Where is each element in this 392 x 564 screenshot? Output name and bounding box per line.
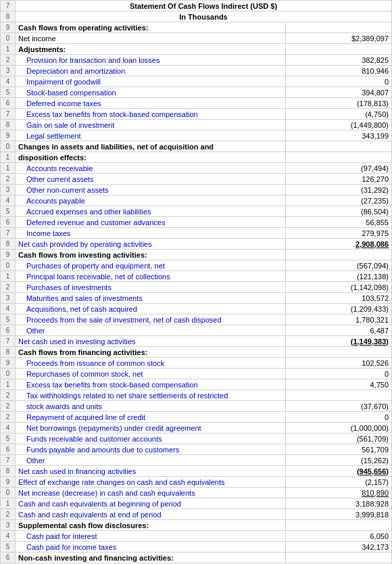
row-value: 810,946 bbox=[285, 66, 392, 76]
table-row: 3Maturities and sales of investments103,… bbox=[1, 293, 392, 304]
table-row: 2Cash and cash equivalents at end of per… bbox=[1, 509, 392, 520]
row-label: Gain on sale of investment bbox=[15, 120, 285, 131]
row-value bbox=[285, 390, 392, 401]
row-number: 0 bbox=[1, 488, 16, 498]
row-label: Accounts receivable bbox=[15, 163, 285, 174]
row-number: 8 bbox=[1, 347, 16, 358]
row-label: Net cash used in financing activities bbox=[15, 466, 285, 477]
table-row: 9Effect of exchange rate changes on cash… bbox=[1, 477, 392, 488]
row-value: (1,142,098) bbox=[285, 282, 392, 293]
row-number: 9 bbox=[1, 250, 16, 260]
table-row: 8Cash flows from financing activities: bbox=[1, 347, 392, 358]
row-label: Funds payable and amounts due to custome… bbox=[15, 444, 285, 455]
row-value bbox=[285, 44, 392, 55]
table-row: 3Depreciation and amortization810,946 bbox=[1, 66, 392, 76]
row-number: 5 bbox=[1, 87, 16, 98]
row-value: 394,807 bbox=[285, 87, 392, 98]
row-value: (1,449,800) bbox=[285, 120, 392, 131]
row-number: 9 bbox=[1, 477, 16, 488]
table-row: 8Net cash provided by operating activiti… bbox=[1, 239, 392, 250]
row-number: 2 bbox=[1, 401, 16, 412]
row-value: (37,670) bbox=[285, 401, 392, 412]
table-row: 5Accrued expenses and other liabilities(… bbox=[1, 206, 392, 217]
row-label: disposition effects: bbox=[15, 152, 285, 163]
row-label: Proceeds from the sale of investment, ne… bbox=[15, 314, 285, 325]
row-number: 2 bbox=[1, 174, 16, 185]
row-label: Excess tax benefits from stock-based com… bbox=[15, 379, 285, 390]
row-number: 3 bbox=[1, 293, 16, 304]
row-value: 0 bbox=[285, 412, 392, 423]
row-label: In Thousands bbox=[15, 11, 391, 22]
row-value: 810,890 bbox=[285, 488, 392, 498]
row-value: 2,908,086 bbox=[285, 239, 392, 250]
row-value: 6,487 bbox=[285, 325, 392, 336]
row-number: 8 bbox=[1, 239, 16, 250]
row-label: Maturities and sales of investments bbox=[15, 293, 285, 304]
row-value: (121,138) bbox=[285, 271, 392, 282]
row-number: 5 bbox=[1, 314, 16, 325]
table-row: 1Accounts receivable(97,494) bbox=[1, 163, 392, 174]
table-row: 6Non-cash investing and financing activi… bbox=[1, 553, 392, 563]
row-label: Cash and cash equivalents at end of peri… bbox=[15, 509, 285, 520]
row-value bbox=[285, 553, 392, 563]
row-number: 7 bbox=[1, 228, 16, 239]
row-value: 279,975 bbox=[285, 228, 392, 239]
row-value: 561,709 bbox=[285, 444, 392, 455]
row-label: Tax withholdings related to net share se… bbox=[15, 390, 285, 401]
row-number: 6 bbox=[1, 553, 16, 563]
row-value: 102,526 bbox=[285, 358, 392, 369]
row-value: 126,270 bbox=[285, 174, 392, 185]
row-label: Funds receivable and customer accounts bbox=[15, 433, 285, 444]
table-row: 0Changes in assets and liabilities, net … bbox=[1, 141, 392, 152]
row-label: Other bbox=[15, 325, 285, 336]
row-number: 7 bbox=[1, 109, 16, 120]
row-label: Impairment of goodwill bbox=[15, 76, 285, 87]
row-value: (86,504) bbox=[285, 206, 392, 217]
row-number: 4 bbox=[1, 76, 16, 87]
table-row: 4Cash paid for interest6,050 bbox=[1, 531, 392, 542]
row-number: 9 bbox=[1, 22, 16, 33]
row-value: (567,094) bbox=[285, 260, 392, 271]
table-row: 9Legal settlement343,199 bbox=[1, 131, 392, 141]
row-number: 5 bbox=[1, 542, 16, 553]
row-number: 2 bbox=[1, 412, 16, 423]
row-number: 4 bbox=[1, 531, 16, 542]
table-row: 4Net borrowings (repayments) under credi… bbox=[1, 423, 392, 433]
row-value: (31,292) bbox=[285, 185, 392, 195]
row-number: 1 bbox=[1, 498, 16, 509]
table-row: 9Proceeds from issuance of common stock1… bbox=[1, 358, 392, 369]
table-row: 7Excess tax benefits from stock-based co… bbox=[1, 109, 392, 120]
table-row: 8Gain on sale of investment(1,449,800) bbox=[1, 120, 392, 131]
row-number: 9 bbox=[1, 358, 16, 369]
row-value bbox=[285, 250, 392, 260]
row-label: Cash paid for income taxes bbox=[15, 542, 285, 553]
row-number: 5 bbox=[1, 206, 16, 217]
table-row: 5Cash paid for income taxes342,173 bbox=[1, 542, 392, 553]
table-row: 0Net income$2,389,097 bbox=[1, 33, 392, 44]
row-value bbox=[285, 141, 392, 152]
row-number: 8 bbox=[1, 11, 16, 22]
table-row: 4Accounts payable(27,235) bbox=[1, 195, 392, 206]
row-value: (561,709) bbox=[285, 433, 392, 444]
row-label: Net cash used in investing activities bbox=[15, 336, 285, 347]
row-label: Supplemental cash flow disclosures: bbox=[15, 520, 285, 531]
row-value: 342,173 bbox=[285, 542, 392, 553]
row-label: Cash flows from financing activities: bbox=[15, 347, 285, 358]
row-value: (27,235) bbox=[285, 195, 392, 206]
table-row: 8In Thousands bbox=[1, 11, 392, 22]
row-number: 4 bbox=[1, 195, 16, 206]
row-value bbox=[285, 520, 392, 531]
table-row: 6Funds payable and amounts due to custom… bbox=[1, 444, 392, 455]
row-label: Repurchases of common stock, net bbox=[15, 369, 285, 379]
row-number: 1 bbox=[1, 379, 16, 390]
table-row: 1disposition effects: bbox=[1, 152, 392, 163]
row-label: Purchases of property and equipment, net bbox=[15, 260, 285, 271]
row-number: 0 bbox=[1, 260, 16, 271]
row-label: Other current assets bbox=[15, 174, 285, 185]
row-number: 8 bbox=[1, 120, 16, 131]
table-row: 6Other6,487 bbox=[1, 325, 392, 336]
row-value: (1,209,433) bbox=[285, 304, 392, 314]
row-label: Adjustments: bbox=[15, 44, 285, 55]
table-row: 7Net cash used in investing activities(1… bbox=[1, 336, 392, 347]
row-value: (1,149,383) bbox=[285, 336, 392, 347]
